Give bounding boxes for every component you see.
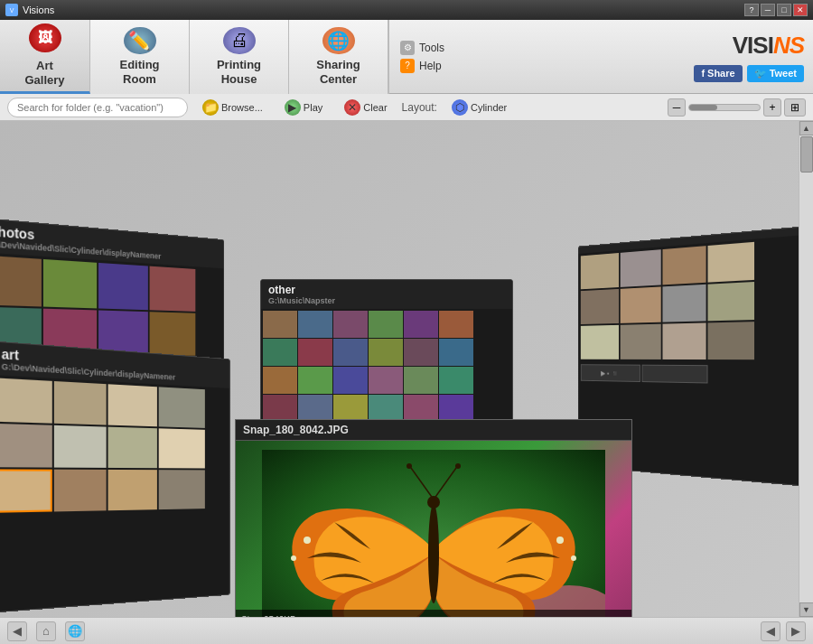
thumbnail[interactable] [333,367,368,394]
thumbnail[interactable] [581,253,619,289]
thumbnail[interactable] [621,324,661,359]
art-panel[interactable]: art G:\Dev\Navided\Slic\Cylinder\display… [0,341,230,612]
thumbnail[interactable] [404,311,438,338]
thumbnail[interactable] [662,246,706,285]
panel-control[interactable]: ▶ ▪ ◾ [581,364,640,382]
facebook-share-button[interactable]: f Share [694,65,742,82]
nav-fwd-button[interactable]: ▶ [786,621,806,641]
zoom-bar[interactable] [688,104,761,111]
thumbnail[interactable] [298,367,332,394]
tools-button[interactable]: ⚙ Tools [400,41,444,55]
thumbnail[interactable] [439,339,473,366]
thumbnail[interactable] [369,367,403,394]
editing-room-icon: ✏️ [124,27,156,55]
thumbnail[interactable] [581,289,619,324]
thumbnail[interactable] [404,339,438,366]
twitter-tweet-button[interactable]: 🐦 Tweet [747,65,804,82]
thumbnail[interactable] [439,367,473,394]
layout-label: Layout: [402,101,437,114]
back-nav-button[interactable]: ◀ [7,621,27,641]
thumbnail[interactable] [369,395,403,422]
thumbnail[interactable] [404,367,438,394]
art-gallery-nav-item[interactable]: 🖼 Art Gallery [0,20,90,94]
thumbnail[interactable] [263,339,297,366]
thumbnail[interactable] [108,427,157,469]
nav-back-button[interactable]: ◀ [761,621,780,641]
thumbnail[interactable] [0,424,52,468]
tools-icon: ⚙ [400,41,415,55]
thumbnail[interactable] [98,263,148,310]
thumbnail[interactable] [439,311,473,338]
gallery-area[interactable]: Photos G:\Dev\Navided\Slic\Cylinder\disp… [0,121,799,617]
layout-icon: ⬡ [452,99,468,116]
help-button[interactable]: ? [744,4,759,16]
close-button[interactable]: ✕ [793,4,808,16]
thumbnail[interactable] [581,325,619,359]
clear-button[interactable]: ✕ Clear [337,98,394,117]
thumbnail[interactable] [333,395,368,422]
thumbnail[interactable] [298,311,332,338]
thumbnail[interactable] [159,387,205,428]
zoom-in-button[interactable]: + [763,98,781,117]
sharing-center-nav-item[interactable]: 🌐 Sharing Center [289,20,388,94]
title-bar: V Visions ? ─ □ ✕ [0,0,813,20]
thumbnail[interactable] [621,286,661,322]
thumbnail[interactable] [108,384,157,426]
thumbnail[interactable] [298,339,332,366]
thumbnail[interactable] [0,256,42,307]
thumbnail[interactable] [298,395,332,422]
svg-point-3 [291,555,296,561]
thumbnail[interactable] [333,311,368,338]
help-nav-button[interactable]: ? Help [400,59,444,73]
sharing-center-icon: 🌐 [322,27,355,55]
thumbnail[interactable] [54,425,107,468]
thumbnail[interactable] [263,367,297,394]
panel-control[interactable] [642,365,708,384]
thumbnail[interactable] [708,242,755,283]
thumbnail[interactable] [108,470,157,510]
thumbnail[interactable] [333,339,368,366]
thumbnail[interactable] [54,381,107,425]
thumbnail[interactable] [404,395,438,422]
thumbnail[interactable] [263,311,297,338]
scroll-track[interactable] [799,135,814,602]
search-input[interactable] [7,98,188,117]
scroll-up-button[interactable]: ▲ [799,121,814,135]
butterfly-image: Size: 2540KB Date Created: 4/23/2009 G:\… [236,441,631,617]
scrollbar[interactable]: ▲ ▼ [799,121,813,617]
thumbnail[interactable] [708,282,755,321]
thumbnail[interactable] [0,378,52,423]
browse-icon: 📁 [202,99,219,116]
thumbnail[interactable] [369,339,403,366]
minimize-button[interactable]: ─ [761,4,775,16]
thumbnail[interactable] [662,322,706,359]
play-button[interactable]: ▶ Play [277,98,330,117]
thumbnail[interactable] [369,311,403,338]
thumbnail[interactable] [0,469,52,512]
thumbnail[interactable] [54,470,107,512]
thumbnail[interactable] [150,312,196,356]
status-right: ◀ ▶ [761,621,806,641]
home-button[interactable]: ⌂ [36,621,56,641]
thumbnail[interactable] [159,470,205,509]
butterfly-preview[interactable]: Snap_180_8042.JPG [235,419,632,617]
thumbnail[interactable] [159,428,205,468]
printing-house-nav-item[interactable]: 🖨 Printing House [190,20,289,94]
thumbnail[interactable] [662,285,706,322]
fit-button[interactable]: ⊞ [784,98,806,117]
editing-room-nav-item[interactable]: ✏️ Editing Room [90,20,190,94]
thumbnail[interactable] [43,259,97,308]
maximize-button[interactable]: □ [777,4,791,16]
zoom-out-button[interactable]: ─ [668,98,686,117]
thumbnail[interactable] [621,249,661,287]
thumbnail[interactable] [150,266,196,312]
scroll-down-button[interactable]: ▼ [799,602,814,617]
layout-cylinder-button[interactable]: ⬡ Cylinder [444,98,514,117]
thumbnail[interactable] [263,395,297,422]
social-buttons: f Share 🐦 Tweet [694,65,804,82]
thumbnail[interactable] [708,322,755,359]
browse-button[interactable]: 📁 Browse... [195,98,270,117]
scroll-thumb[interactable] [800,136,813,173]
thumbnail[interactable] [439,395,473,422]
globe-button[interactable]: 🌐 [65,621,85,641]
